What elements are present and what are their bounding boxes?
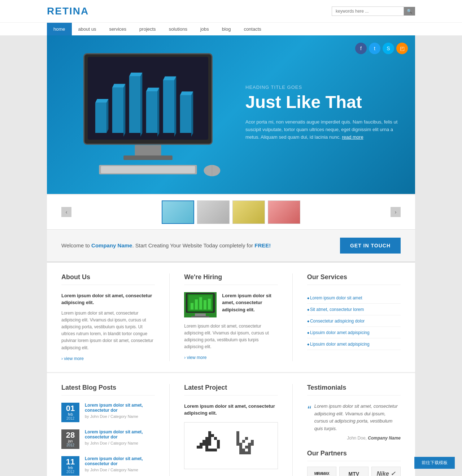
blog-col: Latest Blog Posts 01 feb 2012 Lorem ipsu… <box>61 384 155 476</box>
testimonials-title: Testimonials <box>307 384 401 395</box>
project-bold: Lorem ipsum dolor sit amet, consectetur … <box>184 403 278 417</box>
project-col: Latest Project Lorem ipsum dolor sit ame… <box>184 384 278 476</box>
svg-rect-70 <box>245 446 248 449</box>
bottom-three-col: Latest Blog Posts 01 feb 2012 Lorem ipsu… <box>47 372 415 476</box>
svg-marker-7 <box>123 84 125 137</box>
nav-item-solutions[interactable]: solutions <box>162 23 194 35</box>
svg-rect-53 <box>208 434 211 437</box>
blog-post-3: 11 feb 2012 Lorem ipsum dolor sit amet, … <box>61 456 155 476</box>
svg-rect-46 <box>214 449 217 451</box>
svg-rect-63 <box>236 443 239 446</box>
skype-icon[interactable]: S <box>383 43 394 54</box>
svg-rect-79 <box>239 451 242 454</box>
cta-text: Welcome to Company Name. Start Creating … <box>61 242 271 248</box>
svg-rect-2 <box>95 103 106 133</box>
svg-marker-13 <box>157 88 159 137</box>
svg-rect-31 <box>199 297 202 310</box>
svg-rect-62 <box>236 440 239 443</box>
nav-item-about[interactable]: about us <box>72 23 103 35</box>
svg-marker-6 <box>112 84 126 87</box>
read-more-link[interactable]: read more <box>342 134 363 140</box>
svg-rect-56 <box>208 443 211 446</box>
svg-rect-32 <box>204 300 206 310</box>
blog-post-title-2[interactable]: Lorem ipsum dolor sit amet, consectetur … <box>85 429 155 440</box>
testimonial-author: John Doe, Company Name <box>307 436 401 441</box>
download-watermark[interactable]: 前往下载模板 <box>414 457 455 469</box>
service-link-2[interactable]: Sit atmet, consectetur lorem <box>310 307 364 312</box>
thumb-4[interactable] <box>268 200 300 224</box>
svg-marker-16 <box>174 76 176 137</box>
svg-rect-57 <box>200 446 202 449</box>
svg-rect-58 <box>202 443 205 446</box>
svg-rect-45 <box>211 449 214 451</box>
blog-meta-1: by John Doe / Category Name <box>85 414 155 419</box>
svg-rect-77 <box>245 451 248 454</box>
company-name: Company Name <box>91 242 132 248</box>
partner-miramax: MIRAMAX <box>307 467 336 476</box>
nav-item-projects[interactable]: projects <box>133 23 162 35</box>
service-item: Consectetur adispicing dolor <box>307 315 401 327</box>
hiring-bold: Lorem ipsum dolor sit amet, consectetur … <box>222 292 278 313</box>
svg-marker-18 <box>180 91 193 95</box>
svg-rect-41 <box>205 443 208 446</box>
blog-post-title-1[interactable]: Lorem ipsum dolor sit amet, consectetur … <box>85 403 155 413</box>
right-col: Testimonials Lorem ipsum dolor sit amet,… <box>307 384 401 476</box>
hiring-col: We're Hiring Lorem ipsum do <box>184 273 278 361</box>
blog-post-title-3[interactable]: Lorem ipsum dolor sit amet, consectetur … <box>85 456 155 466</box>
project-image <box>184 422 278 469</box>
svg-rect-11 <box>146 91 157 133</box>
service-item: Lipsuim dolor amet adpispicing <box>307 327 401 338</box>
svg-rect-72 <box>251 440 254 443</box>
svg-marker-3 <box>95 99 109 103</box>
svg-rect-76 <box>248 451 251 454</box>
svg-rect-75 <box>248 449 251 451</box>
about-view-more[interactable]: view more <box>61 356 84 361</box>
thumbnail-section: ‹ › <box>47 194 415 229</box>
nav-item-contacts[interactable]: contacts <box>237 23 267 35</box>
svg-rect-60 <box>236 434 239 437</box>
facebook-icon[interactable]: f <box>355 43 367 54</box>
thumb-3[interactable] <box>232 200 265 224</box>
get-in-touch-button[interactable]: GET IN TOUCH <box>340 238 401 254</box>
service-link-1[interactable]: Lorem ipsum dolor sit amet <box>310 295 362 300</box>
nav-item-home[interactable]: home <box>47 23 72 35</box>
hiring-view-more[interactable]: view more <box>184 355 206 360</box>
svg-rect-69 <box>242 449 245 451</box>
thumb-1[interactable] <box>162 200 194 224</box>
nav-item-services[interactable]: services <box>103 23 133 35</box>
hero-description: Acor porta mi, non venenatis augue imper… <box>245 118 401 141</box>
search-input[interactable] <box>332 7 404 16</box>
svg-rect-34 <box>195 313 206 316</box>
service-link-3[interactable]: Consectetur adispicing dolor <box>310 319 365 324</box>
svg-rect-35 <box>191 316 209 317</box>
about-bold: Lorem ipsum dolor sit amet, consectetur … <box>61 292 155 306</box>
svg-rect-30 <box>195 299 198 310</box>
svg-rect-39 <box>205 437 208 440</box>
svg-rect-50 <box>214 437 217 440</box>
date-box-1: 01 feb 2012 <box>61 403 79 422</box>
nav-item-jobs[interactable]: jobs <box>194 23 215 35</box>
svg-rect-74 <box>248 446 251 449</box>
thumb-2[interactable] <box>197 200 230 224</box>
svg-rect-54 <box>208 437 211 440</box>
svg-rect-51 <box>211 434 214 437</box>
search-button[interactable]: 🔍 <box>404 7 415 16</box>
service-item: Sit atmet, consectetur lorem <box>307 304 401 315</box>
prev-arrow[interactable]: ‹ <box>61 207 71 217</box>
twitter-icon[interactable]: t <box>369 43 380 54</box>
svg-rect-67 <box>239 446 242 449</box>
three-col-section: About Us Lorem ipsum dolor sit amet, con… <box>47 263 415 372</box>
service-link-5[interactable]: Lipsuim dolor amet adpispicing <box>310 342 370 347</box>
next-arrow[interactable]: › <box>391 207 401 217</box>
svg-rect-29 <box>191 303 193 310</box>
logo: RETINA <box>47 5 89 17</box>
svg-rect-8 <box>129 76 140 133</box>
about-col: About Us Lorem ipsum dolor sit amet, con… <box>61 273 155 361</box>
svg-rect-21 <box>123 156 173 160</box>
svg-marker-12 <box>146 88 160 91</box>
service-link-4[interactable]: Lipsuim dolor amet adpispicing <box>310 330 370 335</box>
svg-marker-15 <box>163 76 176 80</box>
rss-icon[interactable]: ◰ <box>396 43 408 54</box>
nav-item-blog[interactable]: blog <box>215 23 237 35</box>
partners-grid: MIRAMAX MTV Nike ✓ Apple ◆ BELKIN. YAHOO… <box>307 467 401 476</box>
